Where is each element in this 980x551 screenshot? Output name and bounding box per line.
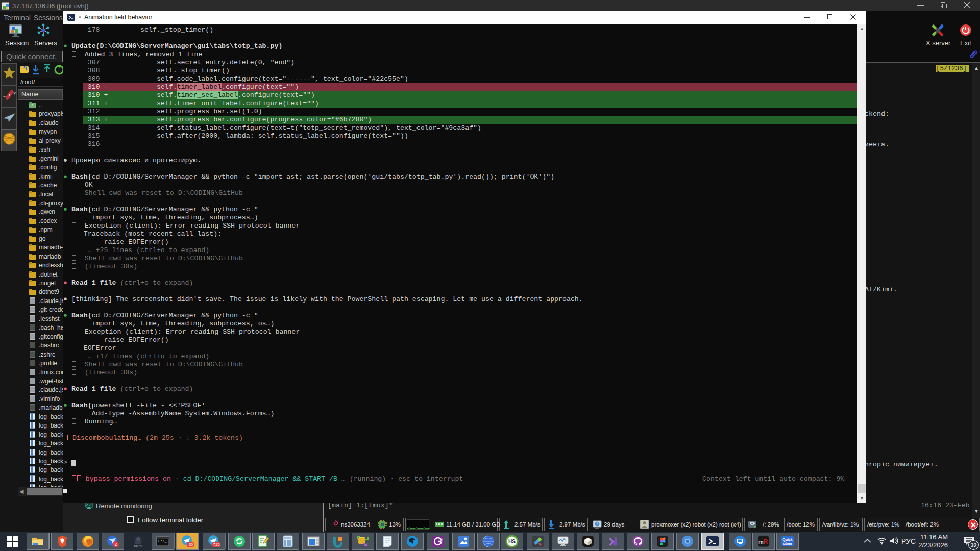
svg-text:FRUTY: FRUTY: [134, 545, 143, 548]
svg-text:715: 715: [213, 542, 220, 547]
svg-text:.30: .30: [187, 542, 193, 547]
svg-text:C:\_: C:\_: [158, 539, 167, 543]
svg-text:m: m: [758, 539, 764, 545]
svg-text:R: R: [764, 538, 768, 545]
svg-text:Quick: Quick: [782, 538, 793, 542]
svg-text:utmo: utmo: [783, 542, 792, 545]
svg-text:2: 2: [114, 542, 117, 547]
svg-text:HS: HS: [508, 539, 516, 544]
